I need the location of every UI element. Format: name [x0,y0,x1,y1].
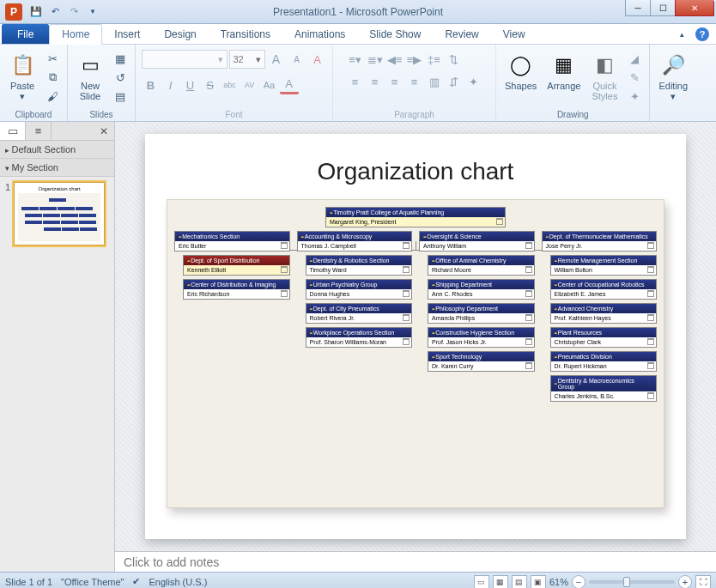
zoom-thumb[interactable] [623,577,630,587]
org-box[interactable]: Remote Management SectionWilliam Bolton [550,255,658,276]
slides-tab[interactable]: ▭ [0,122,26,140]
org-box[interactable]: Center of Distribution & ImagingEric Ric… [183,279,290,300]
section-button[interactable]: ▤ [111,88,130,105]
tab-home[interactable]: Home [49,24,102,45]
save-button[interactable]: 💾 [27,3,45,21]
align-center-button[interactable]: ≡ [366,72,385,91]
org-box[interactable]: Advanced ChemistryProf. Kathleen Hayes [550,303,658,324]
columns-button[interactable]: ▥ [425,72,444,91]
format-painter-button[interactable]: 🖌 [43,88,62,105]
italic-button[interactable]: I [161,76,180,94]
slide-canvas[interactable]: Organization chart Timothy Pratt College… [145,134,686,539]
tab-transitions[interactable]: Transitions [209,24,282,44]
sorter-view-button[interactable]: ▦ [493,575,508,589]
arrange-button[interactable]: ▦ Arrange [543,50,584,93]
bold-button[interactable]: B [142,76,161,94]
org-box[interactable]: Dentistry & Robotics SectionTimothy Ward [306,255,413,276]
char-spacing-button[interactable]: AV [240,76,259,94]
pane-close-button[interactable]: ✕ [94,122,114,140]
org-box[interactable]: Urban Psychiatry GroupDonna Hughes [306,279,413,300]
org-box[interactable]: Sport TechnologyDr. Karen Curry [428,351,535,372]
slide-thumbnail[interactable]: Organization chart [14,182,105,246]
align-left-button[interactable]: ≡ [346,72,365,91]
smartart-button[interactable]: ✦ [464,72,483,91]
new-slide-button[interactable]: ▭ New Slide [73,50,107,103]
bullets-button[interactable]: ≡▾ [346,50,365,69]
justify-button[interactable]: ≡ [405,72,424,91]
shrink-font-button[interactable]: A [288,50,306,69]
normal-view-button[interactable]: ▭ [474,575,489,589]
org-box[interactable]: Oversight & ScienceAnthony William [419,231,535,252]
org-box[interactable]: Dept. of Thermonuclear MathematicsJose P… [542,231,658,252]
shape-outline-button[interactable]: ✎ [625,69,644,86]
numbering-button[interactable]: ≣▾ [366,50,385,69]
slideshow-view-button[interactable]: ▣ [531,575,546,589]
qat-customize-button[interactable]: ▼ [84,3,101,21]
org-box[interactable]: Dentistry & Macroeconomics GroupCharles … [550,375,658,402]
org-box[interactable]: Pneumatics DivisionDr. Rupert Hickman [550,351,658,372]
org-root-box[interactable]: Timothy Pratt College of Aquatic Plannin… [325,207,506,227]
minimize-ribbon-button[interactable]: ▴ [673,26,690,43]
slide-title[interactable]: Organization chart [318,158,514,185]
outline-tab[interactable]: ≡ [26,122,52,140]
shadow-button[interactable]: abc [221,76,240,94]
section-header[interactable]: My Section [0,159,114,177]
shapes-button[interactable]: ◯ Shapes [501,50,540,93]
maximize-button[interactable]: ☐ [650,0,676,16]
underline-button[interactable]: U [181,76,200,94]
tab-animations[interactable]: Animations [282,24,357,44]
change-case-button[interactable]: Aa [260,76,279,94]
align-right-button[interactable]: ≡ [385,72,404,91]
section-header[interactable]: Default Section [0,141,114,159]
fit-to-window-button[interactable]: ⛶ [695,575,711,589]
tab-review[interactable]: Review [433,24,490,44]
font-color-button[interactable]: A [280,76,299,94]
copy-button[interactable]: ⧉ [43,69,62,86]
undo-button[interactable]: ↶ [46,3,64,21]
org-box[interactable]: Center of Occupational RoboticsElizabeth… [550,279,658,300]
editing-button[interactable]: 🔎 Editing▾ [655,50,691,103]
quick-styles-button[interactable]: ◧ Quick Styles [587,50,622,103]
redo-button[interactable]: ↷ [65,3,82,21]
align-text-button[interactable]: ⇵ [445,72,464,91]
file-tab[interactable]: File [2,24,49,44]
paste-button[interactable]: 📋 Paste▾ [5,50,39,103]
help-icon[interactable]: ? [695,27,709,41]
org-box[interactable]: Dept. of Sport DistributionKenneth Ellio… [183,255,290,276]
tab-view[interactable]: View [491,24,537,44]
tab-design[interactable]: Design [152,24,208,44]
org-box[interactable]: Office of Animal ChemistryRichard Moore [428,255,535,276]
reading-view-button[interactable]: ▤ [512,575,527,589]
minimize-button[interactable]: ─ [625,0,651,16]
increase-indent-button[interactable]: ≡▶ [405,50,424,69]
org-box[interactable]: Constructive Hygiene SectionProf. Jason … [428,327,535,348]
language-indicator[interactable]: English (U.S.) [149,577,207,587]
zoom-out-button[interactable]: − [572,575,586,589]
close-button[interactable]: ✕ [675,0,714,16]
zoom-slider[interactable] [589,580,675,584]
strike-button[interactable]: S [201,76,220,94]
decrease-indent-button[interactable]: ◀≡ [385,50,404,69]
org-box[interactable]: Accounting & MicroscopyThomas J. Campbel… [297,231,413,252]
shape-fill-button[interactable]: ◢ [625,50,644,67]
org-box[interactable]: Plant ResourcesChristopher Clark [550,327,658,348]
org-box[interactable]: Shipping DepartmentAnn C. Rhodes [428,279,535,300]
org-chart[interactable]: Timothy Pratt College of Aquatic Plannin… [167,199,664,508]
font-size-combo[interactable]: 32▾ [229,50,265,69]
clear-formatting-button[interactable]: A [308,50,327,69]
tab-insert[interactable]: Insert [102,24,152,44]
org-box[interactable]: Philosophy DepartmentAmanda Phillips [428,303,535,324]
org-box[interactable]: Workplace Operations SectionProf. Sharon… [306,327,413,348]
org-box[interactable]: Mechatronics SectionEric Butler [174,231,290,252]
tab-slide-show[interactable]: Slide Show [357,24,433,44]
notes-input[interactable]: Click to add notes [115,551,716,572]
reset-button[interactable]: ↺ [111,69,130,86]
line-spacing-button[interactable]: ‡≡ [425,50,444,69]
cut-button[interactable]: ✂ [43,50,62,67]
zoom-in-button[interactable]: + [678,575,692,589]
shape-effects-button[interactable]: ✦ [625,88,644,105]
layout-button[interactable]: ▦ [111,50,130,67]
text-direction-button[interactable]: ⇅ [445,50,464,69]
grow-font-button[interactable]: A [267,50,286,69]
font-name-combo[interactable]: ▾ [142,50,228,69]
